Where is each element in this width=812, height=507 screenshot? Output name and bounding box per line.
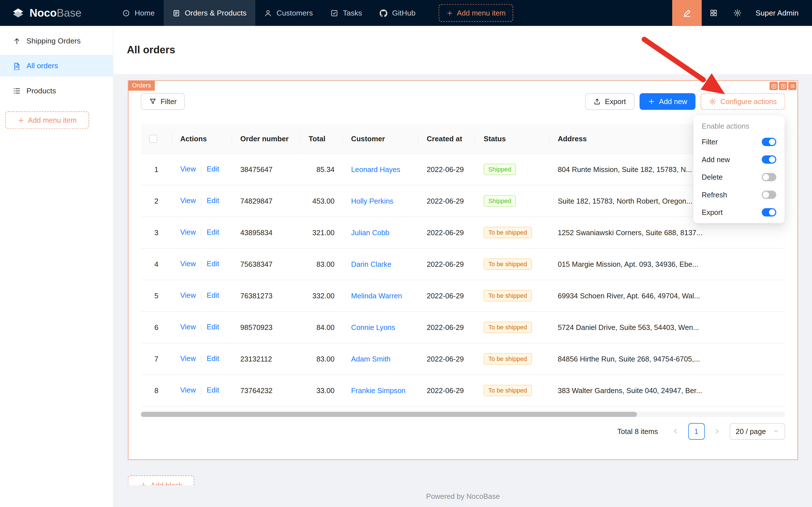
column-header-status: Status	[475, 124, 549, 153]
sidebar-add-menu-item-button[interactable]: Add menu item	[5, 111, 89, 129]
order-number: 73764232	[240, 386, 272, 394]
customer-link[interactable]: Darin Clarke	[351, 260, 391, 268]
total: 453.00	[312, 196, 335, 205]
edit-link[interactable]: Edit	[207, 291, 219, 299]
edit-link[interactable]: Edit	[207, 354, 219, 362]
navbar-item-github[interactable]: GitHub	[371, 0, 424, 26]
select-all-checkbox[interactable]	[149, 135, 157, 143]
toggle-refresh[interactable]	[762, 190, 776, 199]
row-index: 7	[155, 354, 159, 362]
block-menu-button[interactable]	[788, 82, 797, 90]
total: 332.00	[312, 291, 335, 299]
table-row: 3ViewEdit43895834321.00Julian Cobb2022-0…	[141, 217, 785, 248]
customer-link[interactable]: Holly Perkins	[351, 196, 393, 205]
navbar-item-orders-products[interactable]: Orders & Products	[164, 0, 255, 26]
view-link[interactable]: View	[180, 228, 196, 236]
view-link[interactable]: View	[180, 196, 196, 205]
plus-icon	[139, 482, 147, 485]
block-add-button[interactable]	[769, 82, 777, 90]
navbar-item-home[interactable]: Home	[113, 0, 164, 26]
created-at: 2022-06-29	[426, 386, 464, 394]
total: 83.00	[316, 354, 334, 362]
order-number: 98570923	[240, 323, 272, 331]
edit-link[interactable]: Edit	[207, 228, 219, 236]
sidebar-item-products[interactable]: Products	[0, 80, 113, 102]
sidebar-item-all-orders[interactable]: All orders	[0, 55, 113, 77]
page-title: All orders	[127, 44, 175, 56]
navbar-add-menu-item-button[interactable]: Add menu item	[439, 4, 513, 22]
order-number: 43895834	[240, 228, 272, 236]
view-link[interactable]: View	[180, 291, 196, 299]
plus-icon	[17, 117, 24, 123]
view-link[interactable]: View	[180, 260, 196, 268]
pagination-total: Total 8 items	[617, 427, 658, 435]
menu-item-delete[interactable]: Delete	[696, 168, 783, 186]
plus-square-icon	[771, 83, 776, 89]
customer-link[interactable]: Connie Lyons	[351, 323, 395, 331]
configure-actions-menu: Enable actions FilterAdd newDeleteRefres…	[693, 116, 785, 223]
menu-item-refresh[interactable]: Refresh	[696, 186, 783, 203]
edit-link[interactable]: Edit	[207, 165, 219, 173]
address: 84856 Hirthe Run, Suite 268, 94754-6705,…	[558, 354, 700, 362]
add-block-button[interactable]: Add block	[128, 475, 194, 485]
customer-link[interactable]: Adam Smith	[351, 354, 391, 362]
edit-link[interactable]: Edit	[207, 260, 219, 268]
scrollbar-thumb[interactable]	[141, 411, 637, 416]
created-at: 2022-06-29	[426, 291, 464, 299]
toggle-export[interactable]	[762, 208, 776, 216]
user-menu[interactable]: Super Admin	[749, 9, 812, 17]
edit-link[interactable]: Edit	[207, 323, 219, 331]
configure-actions-button[interactable]: Configure actions	[701, 93, 785, 110]
filter-button[interactable]: Filter	[141, 93, 185, 110]
view-link[interactable]: View	[180, 323, 196, 331]
home-icon	[122, 9, 130, 17]
page-size-select[interactable]: 20 / page	[730, 423, 785, 440]
address: 1252 Swaniawski Corners, Suite 688, 8137…	[558, 228, 702, 236]
edit-link[interactable]: Edit	[207, 386, 219, 394]
customer-link[interactable]: Leonard Hayes	[351, 165, 400, 173]
customer-link[interactable]: Frankie Simpson	[351, 386, 405, 394]
toggle-delete[interactable]	[762, 173, 776, 181]
divider	[201, 324, 201, 331]
powered-by: Powered by NocoBase	[128, 492, 798, 500]
total: 321.00	[312, 228, 335, 236]
view-link[interactable]: View	[180, 386, 196, 394]
view-link[interactable]: View	[180, 354, 196, 362]
nocobase-logo[interactable]: NocoBase	[0, 0, 113, 26]
table-row: 2ViewEdit74829847453.00Holly Perkins2022…	[141, 185, 785, 217]
edit-link[interactable]: Edit	[207, 196, 219, 205]
menu-item-export[interactable]: Export	[696, 204, 783, 221]
main-area: All orders Orders Filter	[113, 26, 812, 507]
view-link[interactable]: View	[180, 165, 196, 173]
customer-link[interactable]: Julian Cobb	[351, 228, 389, 236]
menu-item-add-new[interactable]: Add new	[696, 151, 783, 168]
pagination-page-1-button[interactable]: 1	[688, 423, 705, 440]
settings-button[interactable]	[726, 0, 749, 26]
row-index: 6	[155, 323, 159, 331]
enable-actions-list: FilterAdd newDeleteRefreshExport	[696, 133, 783, 221]
divider	[201, 229, 201, 237]
navbar-item-customers[interactable]: Customers	[255, 0, 322, 26]
highlighter-icon	[683, 8, 691, 17]
block-insert-button[interactable]	[779, 82, 787, 90]
plus-icon	[648, 98, 655, 105]
status-badge: To be shipped	[484, 290, 532, 301]
address: 5724 Daniel Drive, Suite 563, 54403, Wen…	[558, 323, 699, 331]
toggle-add-new[interactable]	[762, 155, 776, 164]
column-header-order-number: Order number	[232, 124, 300, 153]
sidebar-item-shipping-orders[interactable]: Shipping Orders	[0, 30, 113, 52]
pagination-next-button[interactable]	[709, 423, 726, 440]
plugin-manager-button[interactable]	[702, 0, 726, 26]
status-badge: Shipped	[484, 195, 516, 207]
pagination-prev-button[interactable]	[668, 423, 684, 440]
menu-item-filter[interactable]: Filter	[696, 133, 783, 151]
top-navbar: NocoBase HomeOrders & ProductsCustomersT…	[0, 0, 812, 26]
address: 383 Walter Gardens, Suite 040, 24947, Be…	[558, 386, 702, 394]
status-badge: To be shipped	[484, 322, 532, 333]
toggle-filter[interactable]	[762, 138, 776, 146]
add-new-button[interactable]: Add new	[639, 93, 696, 110]
customer-link[interactable]: Melinda Warren	[351, 291, 402, 299]
navbar-item-tasks[interactable]: Tasks	[322, 0, 371, 26]
export-button[interactable]: Export	[585, 93, 634, 110]
ui-editor-button[interactable]	[672, 0, 702, 26]
